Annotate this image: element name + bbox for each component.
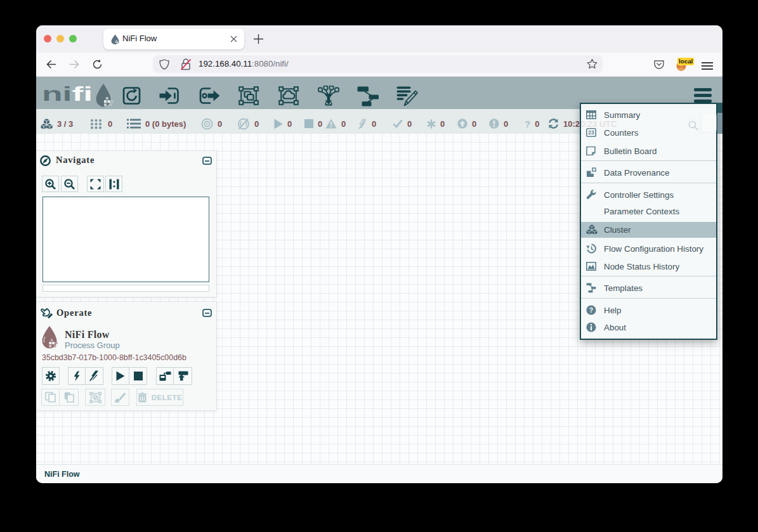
svg-text:23: 23 [588, 129, 594, 136]
svg-text:?: ? [589, 306, 593, 314]
